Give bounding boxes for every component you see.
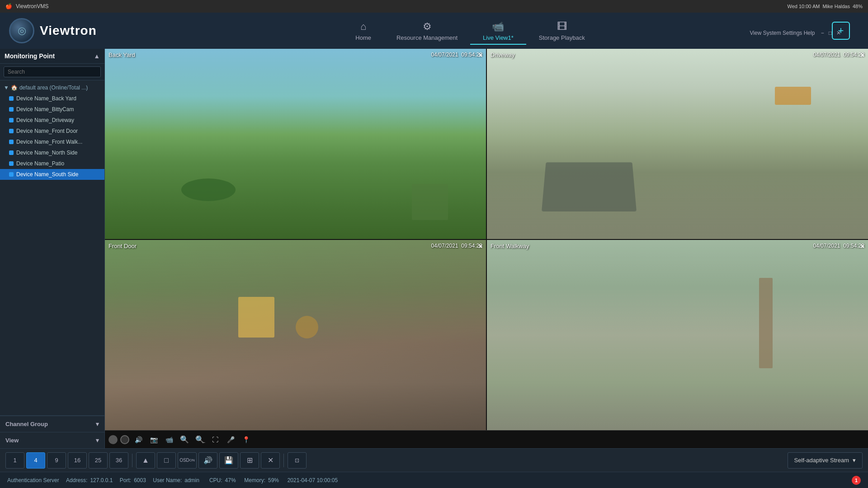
port-value: 6003: [134, 477, 146, 483]
tree-toggle-icon: ▼: [4, 84, 9, 91]
video-grid: Back Yard 04/07/2021 09:54:28 ✕ Driveway…: [105, 49, 868, 430]
close-all-btn[interactable]: ✕: [261, 452, 280, 469]
addr-value: 127.0.0.1: [90, 477, 113, 483]
mem-label: Memory:: [244, 477, 265, 483]
video-controls-bar: 🔊 📷 📹 🔍 −🔍 ⛶ 🎤 📍: [105, 430, 868, 448]
tree-device-item[interactable]: Device Name_North Side: [0, 147, 104, 158]
nav-resource-label: Resource Management: [396, 34, 458, 41]
mic-btn[interactable]: 🎤: [224, 433, 237, 446]
view-label: View: [5, 437, 19, 444]
resource-icon: ⚙: [423, 21, 432, 33]
mac-menubar: 🍎 ViewtronVMS Wed 10:00 AM Mike Haldas 4…: [0, 0, 868, 13]
device-label: Device Name_Front Door: [16, 128, 78, 134]
channel-group-expand-icon: ▾: [96, 421, 99, 427]
cell-walkway-label: Front Walkway: [491, 243, 529, 249]
stop-btn[interactable]: [120, 435, 129, 444]
nav-home-label: Home: [355, 34, 371, 41]
device-label: Device Name_South Side: [16, 171, 78, 178]
cam-dot-icon: [9, 129, 14, 133]
cell-walkway-close[interactable]: ✕: [860, 243, 865, 250]
port-label: Port:: [120, 477, 131, 483]
device-label: Device Name_North Side: [16, 150, 77, 156]
layout-25-btn[interactable]: 25: [89, 452, 108, 469]
cpu-value: 47%: [225, 477, 236, 483]
record-btn[interactable]: 📹: [163, 433, 175, 446]
tree-root-label: default area (Online/Total ...): [19, 84, 88, 91]
audio-all-btn[interactable]: 🔊: [198, 452, 217, 469]
alert-badge[interactable]: 1: [852, 476, 861, 485]
zoom-in-btn[interactable]: 🔍: [178, 433, 191, 446]
mem-value: 59%: [268, 477, 279, 483]
nav-home[interactable]: ⌂ Home: [343, 17, 384, 45]
cell-walkway-time: 04/07/2021 09:54:28: [813, 243, 864, 249]
user-value: admin: [184, 477, 199, 483]
layout-36-btn[interactable]: 36: [109, 452, 128, 469]
layout-sep-1: [132, 454, 132, 467]
cpu-label: CPU:: [209, 477, 222, 483]
tree-device-item[interactable]: Device Name_Patio: [0, 158, 104, 169]
tree-device-item[interactable]: Device Name_Driveway: [0, 115, 104, 126]
layout-1-btn[interactable]: 1: [5, 452, 24, 469]
sidebar-collapse-btn[interactable]: ▲: [94, 52, 100, 60]
nav-live-label: Live View1*: [483, 34, 514, 41]
video-cell-backyard[interactable]: Back Yard 04/07/2021 09:54:28 ✕: [105, 49, 486, 239]
tour-btn[interactable]: ▲: [136, 452, 155, 469]
fullscreen-btn[interactable]: ⛶: [209, 433, 222, 446]
zoom-out-btn[interactable]: −🔍: [193, 433, 206, 446]
tree-device-item[interactable]: Device Name_Back Yard: [0, 93, 104, 104]
main-layout: Monitoring Point ▲ ▼ 🏠 default area (Onl…: [0, 49, 868, 448]
layout-4-btn[interactable]: 4: [26, 452, 45, 469]
stream-select[interactable]: Self-adaptive Stream ▾: [788, 452, 863, 469]
video-cell-frontdoor[interactable]: Front Door 04/07/2021 09:54:28 ✕: [105, 240, 486, 430]
record-all-btn[interactable]: 💾: [219, 452, 238, 469]
tree-device-item[interactable]: Device Name_South Side: [0, 169, 104, 180]
layout-9-btn[interactable]: 9: [47, 452, 66, 469]
view-expand-icon: ▾: [96, 437, 99, 444]
cam-dot-icon: [9, 150, 14, 155]
video-cell-driveway[interactable]: Driveway 04/07/2021 09:54:28 ✕: [487, 49, 868, 239]
channel-group-label: Channel Group: [5, 421, 48, 427]
nav-resource[interactable]: ⚙ Resource Management: [384, 17, 470, 45]
audio-btn[interactable]: 🔊: [132, 433, 145, 446]
tree-device-item[interactable]: Device Name_BittyCam: [0, 104, 104, 115]
cell-driveway-close[interactable]: ✕: [860, 52, 865, 59]
nav-playback[interactable]: 🎞 Storage Playback: [526, 17, 598, 45]
cell-backyard-close[interactable]: ✕: [478, 52, 483, 59]
device-label: Device Name_Driveway: [16, 117, 74, 123]
location-btn[interactable]: 📍: [240, 433, 252, 446]
app-menu-name[interactable]: ViewtronVMS: [16, 3, 48, 9]
snapshot-btn[interactable]: 📷: [147, 433, 160, 446]
record-indicator: [108, 435, 118, 444]
auth-server-status: Authentication Server Address: 127.0.0.1…: [7, 477, 338, 483]
window-close-btn[interactable]: ✕: [836, 30, 841, 36]
apple-icon[interactable]: 🍎: [5, 3, 12, 9]
search-input[interactable]: [4, 66, 101, 77]
cam-dot-icon: [9, 96, 14, 101]
device-label: Device Name_Front Walk...: [16, 139, 82, 145]
window-max-btn[interactable]: □: [829, 30, 832, 36]
sidebar-bottom: Channel Group ▾ View ▾: [0, 415, 104, 448]
status-bar: Authentication Server Address: 127.0.0.1…: [0, 472, 868, 488]
single-screen-btn[interactable]: □: [157, 452, 176, 469]
addr-label: Address:: [66, 477, 87, 483]
tree-root-item[interactable]: ▼ 🏠 default area (Online/Total ...): [0, 82, 104, 93]
cam-dot-icon: [9, 118, 14, 122]
monitoring-point-title: Monitoring Point: [5, 52, 55, 60]
snapshot-all-btn[interactable]: ⊡: [288, 452, 307, 469]
video-cell-walkway[interactable]: Front Walkway 04/07/2021 09:54:28 ✕: [487, 240, 868, 430]
channel-group-item[interactable]: Channel Group ▾: [0, 416, 104, 432]
layout-bar: 1 4 9 16 25 36 ▲ □ OSDON 🔊 💾 ⊞ ✕ ⊡ Self-…: [0, 448, 868, 472]
view-item[interactable]: View ▾: [0, 432, 104, 448]
tree-device-item[interactable]: Device Name_Front Door: [0, 126, 104, 136]
help-text[interactable]: View System Settings Help − □ ✕: [750, 30, 841, 36]
grid-view-btn[interactable]: ⊞: [240, 452, 259, 469]
app-name: Viewtron: [40, 23, 97, 38]
nav-live[interactable]: 📹 Live View1*: [470, 17, 526, 45]
window-min-btn[interactable]: −: [821, 30, 824, 36]
osd-btn[interactable]: OSDON: [178, 452, 197, 469]
cam-dot-icon: [9, 140, 14, 144]
tree-device-item[interactable]: Device Name_Front Walk...: [0, 136, 104, 147]
layout-16-btn[interactable]: 16: [68, 452, 87, 469]
app-logo: ◎ Viewtron: [0, 18, 108, 43]
cell-frontdoor-close[interactable]: ✕: [478, 243, 483, 250]
